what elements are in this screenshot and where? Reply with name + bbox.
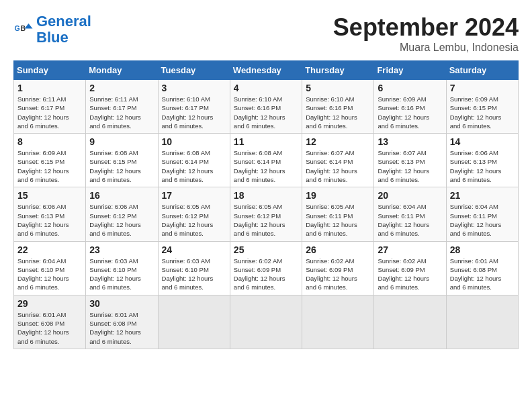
day-number: 1: [17, 83, 82, 93]
day-number: 27: [378, 244, 442, 255]
column-header-monday: Monday: [86, 61, 158, 80]
day-info: Sunrise: 6:04 AMSunset: 6:11 PMDaylight:…: [450, 202, 515, 238]
day-number: 5: [306, 83, 370, 93]
calendar-cell: 7Sunrise: 6:09 AMSunset: 6:15 PMDaylight…: [446, 80, 518, 134]
calendar-cell: [446, 295, 518, 349]
calendar-cell: 1Sunrise: 6:11 AMSunset: 6:17 PMDaylight…: [14, 80, 86, 134]
day-info: Sunrise: 6:03 AMSunset: 6:10 PMDaylight:…: [162, 257, 226, 292]
calendar-week-row: 1Sunrise: 6:11 AMSunset: 6:17 PMDaylight…: [14, 80, 519, 134]
day-info: Sunrise: 6:06 AMSunset: 6:12 PMDaylight:…: [89, 202, 154, 238]
calendar-cell: 29Sunrise: 6:01 AMSunset: 6:08 PMDayligh…: [14, 295, 86, 349]
day-info: Sunrise: 6:07 AMSunset: 6:13 PMDaylight:…: [378, 148, 442, 184]
calendar-cell: 19Sunrise: 6:05 AMSunset: 6:11 PMDayligh…: [302, 187, 374, 241]
calendar-cell: 2Sunrise: 6:11 AMSunset: 6:17 PMDaylight…: [86, 80, 158, 134]
calendar-cell: [302, 295, 374, 349]
day-number: 30: [89, 298, 154, 309]
day-info: Sunrise: 6:05 AMSunset: 6:12 PMDaylight:…: [234, 202, 298, 238]
day-info: Sunrise: 6:06 AMSunset: 6:13 PMDaylight:…: [450, 148, 515, 184]
day-info: Sunrise: 6:02 AMSunset: 6:09 PMDaylight:…: [378, 257, 442, 292]
day-info: Sunrise: 6:04 AMSunset: 6:10 PMDaylight:…: [17, 257, 82, 292]
day-number: 18: [234, 190, 298, 201]
day-info: Sunrise: 6:10 AMSunset: 6:16 PMDaylight:…: [234, 95, 298, 130]
day-number: 26: [306, 244, 370, 255]
day-number: 25: [234, 244, 298, 255]
column-header-wednesday: Wednesday: [230, 61, 302, 80]
month-title: September 2024: [333, 13, 519, 42]
day-number: 12: [306, 136, 370, 147]
calendar-cell: [158, 295, 230, 349]
calendar-cell: 6Sunrise: 6:09 AMSunset: 6:16 PMDaylight…: [374, 80, 446, 134]
day-info: Sunrise: 6:01 AMSunset: 6:08 PMDaylight:…: [89, 310, 154, 346]
svg-text:B: B: [21, 24, 26, 32]
calendar-cell: [374, 295, 446, 349]
day-number: 17: [162, 190, 226, 201]
calendar-cell: 20Sunrise: 6:04 AMSunset: 6:11 PMDayligh…: [374, 187, 446, 241]
day-info: Sunrise: 6:02 AMSunset: 6:09 PMDaylight:…: [234, 257, 298, 292]
calendar-cell: 3Sunrise: 6:10 AMSunset: 6:17 PMDaylight…: [158, 80, 230, 134]
calendar-cell: 21Sunrise: 6:04 AMSunset: 6:11 PMDayligh…: [446, 187, 518, 241]
day-info: Sunrise: 6:10 AMSunset: 6:16 PMDaylight:…: [306, 95, 370, 130]
day-number: 10: [162, 136, 226, 147]
column-header-saturday: Saturday: [446, 61, 518, 80]
logo-icon: G B: [13, 19, 34, 40]
day-number: 22: [17, 244, 82, 255]
calendar-week-row: 29Sunrise: 6:01 AMSunset: 6:08 PMDayligh…: [14, 295, 519, 349]
calendar-cell: 11Sunrise: 6:08 AMSunset: 6:14 PMDayligh…: [230, 134, 302, 187]
calendar-week-row: 8Sunrise: 6:09 AMSunset: 6:15 PMDaylight…: [14, 134, 519, 187]
day-info: Sunrise: 6:07 AMSunset: 6:14 PMDaylight:…: [306, 148, 370, 184]
logo: G B GeneralBlue: [13, 13, 91, 46]
day-number: 7: [450, 83, 515, 93]
calendar-cell: 25Sunrise: 6:02 AMSunset: 6:09 PMDayligh…: [230, 241, 302, 295]
calendar-header-row: SundayMondayTuesdayWednesdayThursdayFrid…: [14, 61, 519, 80]
svg-marker-2: [25, 24, 33, 29]
calendar-cell: 26Sunrise: 6:02 AMSunset: 6:09 PMDayligh…: [302, 241, 374, 295]
calendar-week-row: 15Sunrise: 6:06 AMSunset: 6:13 PMDayligh…: [14, 187, 519, 241]
day-number: 20: [378, 190, 442, 201]
day-info: Sunrise: 6:08 AMSunset: 6:14 PMDaylight:…: [234, 148, 298, 184]
calendar-cell: 17Sunrise: 6:05 AMSunset: 6:12 PMDayligh…: [158, 187, 230, 241]
logo-text: GeneralBlue: [36, 13, 91, 46]
day-number: 9: [89, 136, 154, 147]
calendar-cell: 16Sunrise: 6:06 AMSunset: 6:12 PMDayligh…: [86, 187, 158, 241]
day-info: Sunrise: 6:11 AMSunset: 6:17 PMDaylight:…: [89, 95, 154, 130]
calendar-cell: 4Sunrise: 6:10 AMSunset: 6:16 PMDaylight…: [230, 80, 302, 134]
day-number: 3: [162, 83, 226, 93]
page-header: G B GeneralBlue September 2024 Muara Lem…: [13, 13, 519, 54]
day-info: Sunrise: 6:11 AMSunset: 6:17 PMDaylight:…: [17, 95, 82, 130]
location-subtitle: Muara Lembu, Indonesia: [333, 42, 519, 54]
day-info: Sunrise: 6:04 AMSunset: 6:11 PMDaylight:…: [378, 202, 442, 238]
day-info: Sunrise: 6:03 AMSunset: 6:10 PMDaylight:…: [89, 257, 154, 292]
calendar-table: SundayMondayTuesdayWednesdayThursdayFrid…: [13, 60, 519, 349]
day-info: Sunrise: 6:05 AMSunset: 6:12 PMDaylight:…: [162, 202, 226, 238]
day-number: 11: [234, 136, 298, 147]
day-info: Sunrise: 6:09 AMSunset: 6:15 PMDaylight:…: [450, 95, 515, 130]
calendar-cell: 23Sunrise: 6:03 AMSunset: 6:10 PMDayligh…: [86, 241, 158, 295]
day-info: Sunrise: 6:09 AMSunset: 6:16 PMDaylight:…: [378, 95, 442, 130]
svg-text:G: G: [15, 24, 20, 32]
day-number: 29: [17, 298, 82, 309]
day-info: Sunrise: 6:02 AMSunset: 6:09 PMDaylight:…: [306, 257, 370, 292]
day-number: 23: [89, 244, 154, 255]
day-info: Sunrise: 6:08 AMSunset: 6:14 PMDaylight:…: [162, 148, 226, 184]
calendar-week-row: 22Sunrise: 6:04 AMSunset: 6:10 PMDayligh…: [14, 241, 519, 295]
day-number: 6: [378, 83, 442, 93]
calendar-cell: 18Sunrise: 6:05 AMSunset: 6:12 PMDayligh…: [230, 187, 302, 241]
calendar-cell: 24Sunrise: 6:03 AMSunset: 6:10 PMDayligh…: [158, 241, 230, 295]
day-number: 28: [450, 244, 515, 255]
calendar-cell: 12Sunrise: 6:07 AMSunset: 6:14 PMDayligh…: [302, 134, 374, 187]
day-number: 24: [162, 244, 226, 255]
title-block: September 2024 Muara Lembu, Indonesia: [333, 13, 519, 54]
day-info: Sunrise: 6:08 AMSunset: 6:15 PMDaylight:…: [89, 148, 154, 184]
calendar-cell: 30Sunrise: 6:01 AMSunset: 6:08 PMDayligh…: [86, 295, 158, 349]
column-header-tuesday: Tuesday: [158, 61, 230, 80]
calendar-cell: 8Sunrise: 6:09 AMSunset: 6:15 PMDaylight…: [14, 134, 86, 187]
day-number: 14: [450, 136, 515, 147]
day-number: 19: [306, 190, 370, 201]
day-number: 2: [89, 83, 154, 93]
calendar-cell: 5Sunrise: 6:10 AMSunset: 6:16 PMDaylight…: [302, 80, 374, 134]
calendar-cell: 27Sunrise: 6:02 AMSunset: 6:09 PMDayligh…: [374, 241, 446, 295]
day-info: Sunrise: 6:06 AMSunset: 6:13 PMDaylight:…: [17, 202, 82, 238]
column-header-thursday: Thursday: [302, 61, 374, 80]
calendar-cell: 15Sunrise: 6:06 AMSunset: 6:13 PMDayligh…: [14, 187, 86, 241]
day-info: Sunrise: 6:01 AMSunset: 6:08 PMDaylight:…: [450, 257, 515, 292]
